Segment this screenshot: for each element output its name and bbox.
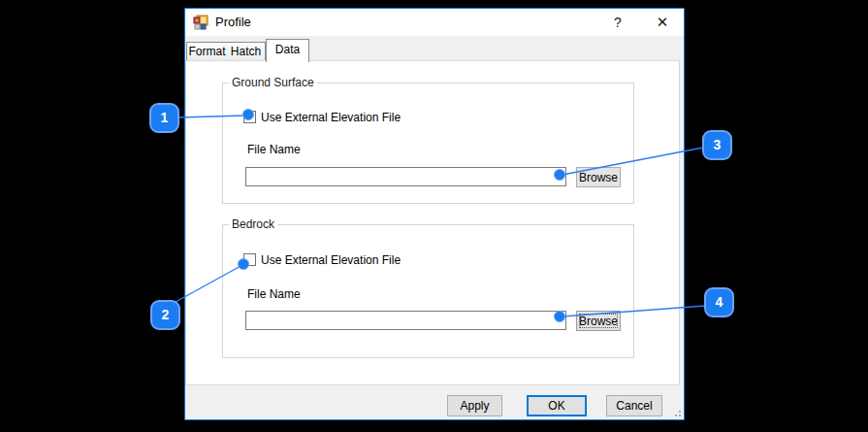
resize-grip-icon[interactable] [672,408,682,417]
tab-data[interactable]: Data [266,39,309,62]
ground-surface-use-external-checkbox[interactable] [243,111,256,123]
ground-surface-file-input[interactable] [245,167,566,186]
callout-4-badge: 4 [704,287,734,317]
checkbox-label[interactable]: Use External Elevation File [261,111,401,124]
file-name-label: File Name [247,143,301,156]
file-name-label: File Name [247,287,301,301]
apply-button[interactable]: Apply [447,395,502,416]
group-ground-surface: Ground Surface Use External Elevation Fi… [222,83,634,204]
window-title: Profile [215,9,251,36]
ok-button[interactable]: OK [527,395,587,416]
profile-dialog: Profile ? ✕ Format Hatch Data Ground Sur… [184,8,685,420]
checkbox-label[interactable]: Use External Elevation File [261,253,401,267]
close-icon[interactable]: ✕ [646,9,679,36]
callout-3-badge: 3 [702,130,732,160]
group-bedrock: Bedrock Use External Elevation File File… [222,224,634,358]
tab-page-data: Ground Surface Use External Elevation Fi… [185,60,680,385]
bedrock-file-input[interactable] [245,311,566,330]
help-icon[interactable]: ? [601,9,634,36]
tab-format[interactable]: Format [186,42,228,61]
ground-surface-browse-button[interactable]: Browse [576,167,621,187]
screen: Profile ? ✕ Format Hatch Data Ground Sur… [0,0,868,432]
app-icon [193,15,209,30]
group-title: Bedrock [229,217,277,231]
tab-hatch[interactable]: Hatch [227,42,266,61]
cancel-button[interactable]: Cancel [606,395,662,416]
bedrock-browse-button[interactable]: Browse [576,311,621,331]
callout-1-badge: 1 [149,103,179,133]
group-title: Ground Surface [229,76,317,89]
callout-2-badge: 2 [150,300,180,330]
titlebar[interactable]: Profile ? ✕ [185,9,684,36]
bedrock-use-external-checkbox[interactable] [243,253,256,266]
